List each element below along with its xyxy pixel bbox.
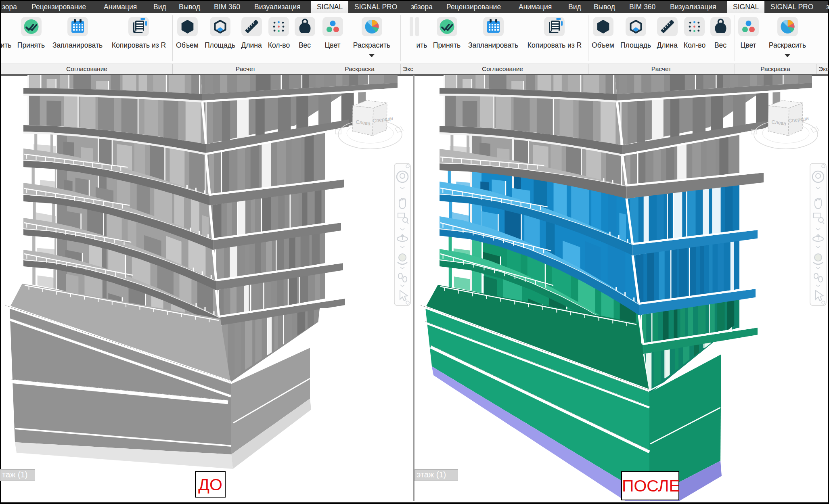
svg-text:Объем: Объем [176, 41, 199, 49]
svg-text:Площадь: Площадь [620, 41, 651, 49]
svg-text:Принять: Принять [17, 41, 45, 49]
svg-text:Раскрасить: Раскрасить [769, 41, 806, 49]
svg-text:ить: ить [1, 41, 11, 49]
svg-text:ить: ить [417, 41, 427, 49]
svg-text:Запланировать: Запланировать [52, 41, 103, 49]
svg-text:Раскрасить: Раскрасить [353, 41, 390, 49]
svg-text:Копировать из R: Копировать из R [528, 41, 582, 49]
svg-text:Площадь: Площадь [205, 41, 235, 49]
svg-text:Вес: Вес [714, 41, 726, 49]
svg-text:Цвет: Цвет [324, 41, 340, 49]
svg-text:Принять: Принять [433, 41, 461, 49]
svg-text:Цвет: Цвет [740, 41, 756, 49]
svg-text:Кол-во: Кол-во [268, 41, 290, 49]
svg-text:Копировать из R: Копировать из R [112, 41, 166, 49]
svg-text:Кол-во: Кол-во [684, 41, 705, 49]
svg-text:Вес: Вес [299, 41, 311, 49]
svg-text:Запланировать: Запланировать [468, 41, 518, 49]
svg-text:Длина: Длина [657, 41, 678, 49]
svg-text:Объем: Объем [592, 41, 614, 49]
svg-text:Длина: Длина [241, 41, 262, 49]
